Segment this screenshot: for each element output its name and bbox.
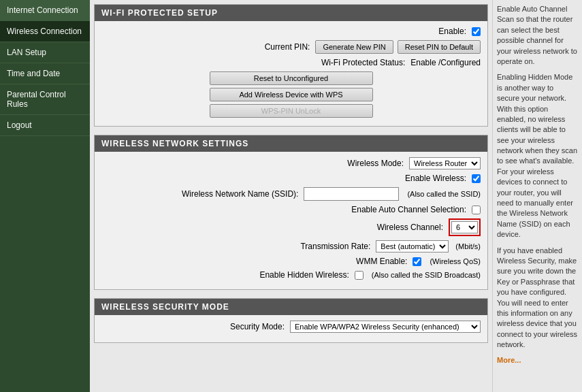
wps-status-label: Wi-Fi Protected Status: [274, 58, 410, 67]
reset-unconfigured-button[interactable]: Reset to Unconfigured [210, 71, 373, 85]
ssid-label: Wireless Network Name (SSID): [167, 189, 304, 199]
right-panel-paragraph-0: Enable Auto Channel Scan so that the rou… [497, 4, 578, 67]
auto-channel-controls [472, 206, 481, 214]
sidebar: Internet ConnectionWireless ConnectionLA… [0, 0, 90, 392]
wmm-enable-controls: (Wireless QoS) [413, 257, 481, 266]
wireless-channel-label: Wireless Channel: [312, 223, 449, 232]
security-mode-row: Security Mode: None Enable WEP Wireless … [101, 321, 481, 333]
wifi-protected-header: WI-FI PROTECTED SETUP [95, 5, 487, 21]
hidden-wireless-row: Enable Hidden Wireless: (Also called the… [101, 270, 481, 280]
enable-wireless-controls [472, 174, 481, 183]
wifi-protected-body: Enable: Current PIN: Generate New PIN Re… [95, 21, 487, 126]
enable-wireless-label: Enable Wireless: [336, 174, 472, 183]
hidden-wireless-checkbox[interactable] [355, 271, 363, 280]
wps-center-buttons: Reset to Unconfigured Add Wireless Devic… [101, 71, 481, 118]
sidebar-item-wireless-connection[interactable]: Wireless Connection [0, 21, 90, 42]
transmission-rate-select[interactable]: Best (automatic) 1 Mbit/s 2 Mbit/s [376, 240, 449, 252]
sidebar-item-logout[interactable]: Logout [0, 115, 90, 136]
wireless-security-body: Security Mode: None Enable WEP Wireless … [95, 315, 487, 342]
reset-pin-button[interactable]: Reset PIN to Default [398, 40, 481, 54]
wps-status-row: Wi-Fi Protected Status: Enable /Configur… [101, 58, 481, 67]
channel-border: 6 12345 7891011 [449, 218, 481, 236]
right-panel: Enable Auto Channel Scan so that the rou… [492, 0, 582, 392]
ssid-input[interactable] [304, 187, 399, 201]
wireless-mode-row: Wireless Mode: Wireless Router Access Po… [101, 157, 481, 169]
auto-channel-checkbox[interactable] [472, 206, 481, 214]
wireless-channel-row: Wireless Channel: 6 12345 7891011 [101, 218, 481, 236]
generate-pin-button[interactable]: Generate New PIN [315, 40, 393, 54]
wmm-enable-checkbox[interactable] [413, 257, 421, 266]
wireless-channel-controls: 6 12345 7891011 [449, 218, 481, 236]
wps-status-value-group: Enable /Configured [410, 58, 481, 67]
hidden-wireless-controls: (Also called the SSID Broadcast) [355, 271, 481, 280]
wmm-enable-row: WMM Enable: (Wireless QoS) [101, 257, 481, 266]
enable-wireless-checkbox[interactable] [472, 174, 481, 183]
security-mode-select[interactable]: None Enable WEP Wireless Security (basic… [290, 321, 481, 333]
wireless-mode-controls: Wireless Router Access Point Repeater [409, 157, 481, 169]
transmission-rate-label: Transmission Rate: [240, 242, 376, 251]
hidden-wireless-label: Enable Hidden Wireless: [219, 270, 355, 280]
ssid-also-called: (Also called the SSID) [407, 190, 481, 198]
right-panel-paragraph-1: Enabling Hidden Mode is another way to s… [497, 72, 578, 240]
more-link[interactable]: More... [497, 356, 578, 364]
ssid-row: Wireless Network Name (SSID): (Also call… [101, 187, 481, 201]
transmission-rate-unit: (Mbit/s) [455, 242, 481, 250]
sidebar-item-lan-setup[interactable]: LAN Setup [0, 42, 90, 63]
wmm-enable-label: WMM Enable: [276, 257, 413, 266]
auto-channel-row: Enable Auto Channel Selection: [101, 205, 481, 214]
enable-wireless-row: Enable Wireless: [101, 174, 481, 183]
current-pin-label: Current PIN: [179, 42, 315, 52]
security-mode-controls: None Enable WEP Wireless Security (basic… [290, 321, 481, 333]
auto-channel-label: Enable Auto Channel Selection: [336, 205, 472, 214]
hidden-wireless-note: (Also called the SSID Broadcast) [372, 271, 481, 279]
main-content: WI-FI PROTECTED SETUP Enable: Current PI… [90, 0, 492, 392]
enable-checkbox[interactable] [472, 27, 481, 36]
wireless-security-section: WIRELESS SECURITY MODE Security Mode: No… [94, 298, 488, 343]
wireless-security-header: WIRELESS SECURITY MODE [95, 299, 487, 315]
current-pin-row: Current PIN: Generate New PIN Reset PIN … [101, 40, 481, 54]
enable-row: Enable: [101, 27, 481, 36]
wireless-mode-label: Wireless Mode: [273, 159, 409, 168]
wps-pin-unlock-button[interactable]: WPS-PIN UnLock [210, 104, 373, 118]
wireless-mode-select[interactable]: Wireless Router Access Point Repeater [409, 157, 481, 169]
transmission-rate-row: Transmission Rate: Best (automatic) 1 Mb… [101, 240, 481, 252]
pin-buttons: Generate New PIN Reset PIN to Default [315, 40, 481, 54]
wps-status-value: Enable /Configured [410, 58, 481, 67]
enable-controls [472, 27, 481, 36]
ssid-controls: (Also called the SSID) [304, 187, 481, 201]
wifi-protected-section: WI-FI PROTECTED SETUP Enable: Current PI… [94, 4, 488, 127]
sidebar-item-parental-control-rules[interactable]: Parental Control Rules [0, 84, 90, 115]
add-device-button[interactable]: Add Wireless Device with WPS [210, 88, 373, 101]
transmission-rate-controls: Best (automatic) 1 Mbit/s 2 Mbit/s (Mbit… [376, 240, 481, 252]
security-mode-label: Security Mode: [154, 322, 290, 331]
wmm-enable-note: (Wireless QoS) [430, 257, 481, 265]
wireless-channel-select[interactable]: 6 12345 7891011 [451, 221, 478, 233]
enable-label: Enable: [336, 27, 472, 36]
wireless-network-section: WIRELESS NETWORK SETTINGS Wireless Mode:… [94, 135, 488, 290]
right-panel-paragraph-2: If you have enabled Wireless Security, m… [497, 246, 578, 350]
wireless-network-body: Wireless Mode: Wireless Router Access Po… [95, 152, 487, 289]
wireless-network-header: WIRELESS NETWORK SETTINGS [95, 135, 487, 152]
sidebar-item-time-and-date[interactable]: Time and Date [0, 63, 90, 84]
sidebar-item-internet-connection[interactable]: Internet Connection [0, 0, 90, 21]
